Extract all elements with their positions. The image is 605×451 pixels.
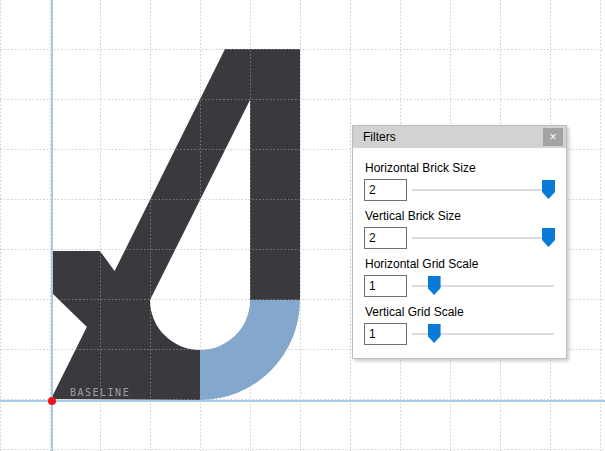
value-input[interactable] — [364, 275, 407, 297]
close-icon[interactable]: × — [543, 128, 563, 146]
glyph-editor-canvas: BASELINE Filters × Horizontal Brick Size… — [0, 0, 605, 451]
baseline-guide — [0, 400, 605, 402]
slider-controls — [364, 179, 554, 201]
baseline-label: BASELINE — [70, 387, 130, 398]
filter-row: Horizontal Brick Size — [364, 161, 554, 201]
slider-label: Vertical Brick Size — [365, 209, 554, 224]
slider-label: Vertical Grid Scale — [365, 305, 554, 320]
value-input[interactable] — [364, 323, 407, 345]
value-input[interactable] — [364, 179, 407, 201]
slider-label: Horizontal Grid Scale — [365, 257, 554, 272]
slider-label: Horizontal Brick Size — [365, 161, 554, 176]
slider-controls — [364, 275, 554, 297]
slider-thumb[interactable] — [542, 228, 555, 247]
slider-track[interactable] — [412, 189, 554, 191]
slider-controls — [364, 227, 554, 249]
slider — [412, 179, 554, 201]
slider — [412, 227, 554, 249]
filters-dialog: Filters × Horizontal Brick SizeVertical … — [352, 125, 567, 359]
slider-controls — [364, 323, 554, 345]
filter-row: Horizontal Grid Scale — [364, 257, 554, 297]
value-input[interactable] — [364, 227, 407, 249]
slider-thumb[interactable] — [428, 276, 441, 295]
slider-thumb[interactable] — [428, 324, 441, 343]
filter-row: Vertical Grid Scale — [364, 305, 554, 345]
filters-title: Filters — [353, 130, 396, 144]
slider-track[interactable] — [412, 237, 554, 239]
left-sidebearing-guide — [51, 0, 53, 451]
filter-row: Vertical Brick Size — [364, 209, 554, 249]
origin-point[interactable] — [48, 397, 56, 405]
filters-titlebar[interactable]: Filters × — [353, 126, 566, 148]
slider — [412, 323, 554, 345]
slider — [412, 275, 554, 297]
slider-thumb[interactable] — [542, 180, 555, 199]
filters-body: Horizontal Brick SizeVertical Brick Size… — [353, 148, 566, 345]
